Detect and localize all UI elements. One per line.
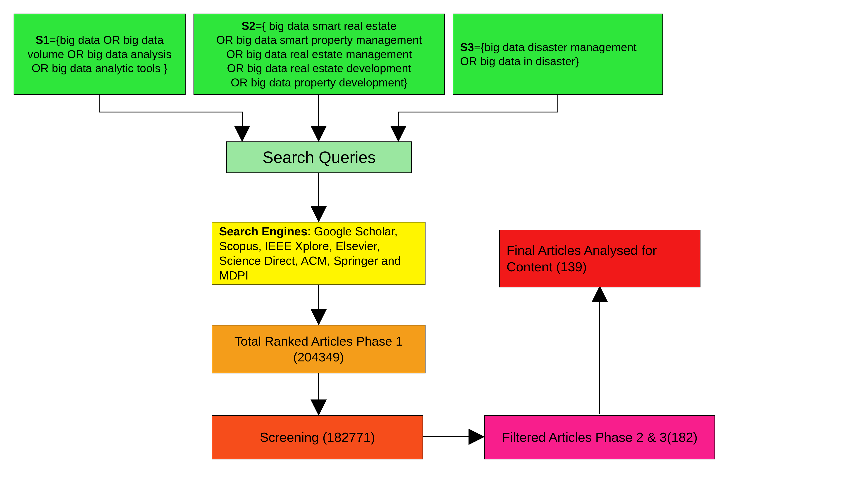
filtered-label: Filtered Articles Phase 2 & 3(182) <box>502 429 698 446</box>
s3-prefix: S3 <box>460 41 474 54</box>
node-search-queries: Search Queries <box>226 141 412 173</box>
s2-l1: OR big data smart property management <box>216 34 422 47</box>
se-prefix: Search Engines <box>219 225 307 238</box>
node-filtered: Filtered Articles Phase 2 & 3(182) <box>484 415 715 460</box>
s2-l4: OR big data property development} <box>231 76 408 89</box>
flow-diagram: S1={big data OR big data volume OR big d… <box>0 0 846 504</box>
s2-l2: OR big data real estate management <box>226 48 412 61</box>
node-s1: S1={big data OR big data volume OR big d… <box>14 14 185 95</box>
search-queries-label: Search Queries <box>263 147 376 167</box>
s3-l0: ={big data disaster management <box>474 41 637 54</box>
node-phase1: Total Ranked Articles Phase 1 (204349) <box>212 325 426 374</box>
s1-text: ={big data OR big data volume OR big dat… <box>28 34 172 75</box>
phase1-label: Total Ranked Articles Phase 1 (204349) <box>219 334 418 365</box>
node-final: Final Articles Analysed for Content (139… <box>499 230 701 287</box>
s2-l0: ={ big data smart real estate <box>255 20 397 32</box>
s2-l3: OR big data real estate development <box>227 62 411 75</box>
node-s2: S2={ big data smart real estate OR big d… <box>194 14 445 95</box>
s2-prefix: S2 <box>241 20 255 32</box>
node-search-engines: Search Engines: Google Scholar, Scopus, … <box>212 222 426 285</box>
s3-l1: OR big data in disaster} <box>460 55 579 68</box>
screening-label: Screening (182771) <box>260 429 375 446</box>
node-screening: Screening (182771) <box>212 415 423 460</box>
final-label: Final Articles Analysed for Content (139… <box>506 242 693 275</box>
node-s3: S3={big data disaster management OR big … <box>453 14 663 95</box>
s1-prefix: S1 <box>36 34 49 47</box>
